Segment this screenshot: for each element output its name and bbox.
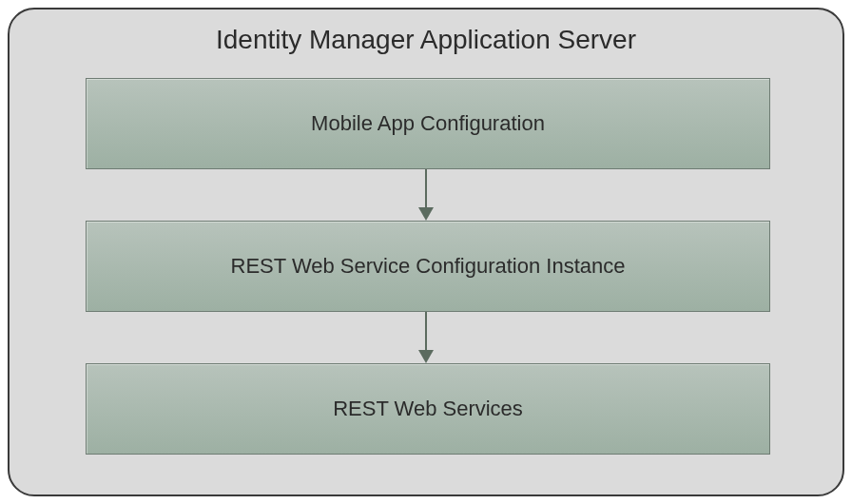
node-label: REST Web Service Configuration Instance	[231, 254, 626, 279]
arrow-head-icon	[418, 207, 434, 221]
arrow-shaft	[425, 169, 427, 207]
node-mobile-app-config: Mobile App Configuration	[86, 78, 770, 169]
container-title: Identity Manager Application Server	[10, 25, 842, 55]
arrow-shaft	[425, 312, 427, 350]
arrow-head-icon	[418, 350, 434, 363]
node-rest-web-services: REST Web Services	[86, 363, 770, 455]
arrow-icon	[418, 312, 434, 363]
node-label: Mobile App Configuration	[311, 111, 545, 136]
app-server-container: Identity Manager Application Server Mobi…	[8, 8, 844, 496]
node-rest-config-instance: REST Web Service Configuration Instance	[86, 221, 770, 312]
arrow-icon	[418, 169, 434, 221]
node-label: REST Web Services	[333, 397, 523, 421]
